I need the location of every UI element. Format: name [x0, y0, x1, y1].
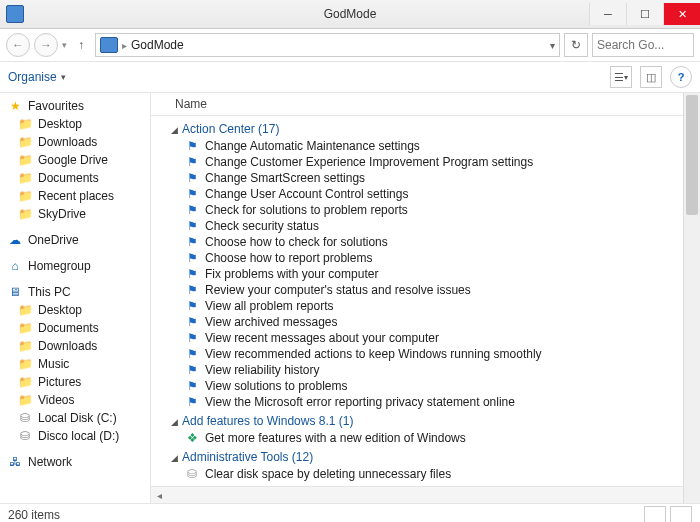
- folder-icon: 📁: [18, 135, 32, 149]
- flag-icon: ⚑: [185, 187, 199, 201]
- vertical-scrollbar[interactable]: [683, 93, 700, 503]
- list-item[interactable]: ⚑View archived messages: [157, 314, 700, 330]
- folder-icon: 📁: [18, 303, 32, 317]
- tool-icon: ⛁: [185, 467, 199, 481]
- list-item[interactable]: ⚑Check for solutions to problem reports: [157, 202, 700, 218]
- list-item[interactable]: ⚑View solutions to problems: [157, 378, 700, 394]
- folder-icon: 📁: [18, 207, 32, 221]
- chevron-down-icon: ▾: [61, 72, 66, 82]
- flag-icon: ⚑: [185, 299, 199, 313]
- scrollbar-thumb[interactable]: [686, 95, 698, 215]
- organise-menu[interactable]: Organise ▾: [8, 70, 66, 84]
- flag-icon: ⚑: [185, 203, 199, 217]
- list-item[interactable]: ⚑Review your computer's status and resol…: [157, 282, 700, 298]
- folder-icon: 📁: [18, 321, 32, 335]
- list-item[interactable]: ⚑View all problem reports: [157, 298, 700, 314]
- folder-icon: 📁: [18, 375, 32, 389]
- history-dropdown-icon[interactable]: ▾: [62, 40, 67, 50]
- help-button[interactable]: ?: [670, 66, 692, 88]
- thumbnails-view-button[interactable]: [670, 506, 692, 522]
- list-item[interactable]: ⚑View reliability history: [157, 362, 700, 378]
- list-item[interactable]: ⚑Change User Account Control settings: [157, 186, 700, 202]
- sidebar-homegroup[interactable]: ⌂Homegroup: [0, 257, 150, 275]
- details-view-button[interactable]: [644, 506, 666, 522]
- sidebar-item[interactable]: 📁Documents: [0, 169, 150, 187]
- sidebar-item[interactable]: 📁SkyDrive: [0, 205, 150, 223]
- group-header[interactable]: ◢Action Center (17): [157, 118, 700, 138]
- sidebar-item[interactable]: 📁Documents: [0, 319, 150, 337]
- feature-icon: ❖: [185, 431, 199, 445]
- content-pane: Name ◢Action Center (17)⚑Change Automati…: [151, 93, 700, 503]
- sidebar-item[interactable]: ⛁Disco local (D:): [0, 427, 150, 445]
- scroll-left-button[interactable]: ◂: [151, 488, 167, 502]
- navigation-pane: ★Favourites 📁Desktop📁Downloads📁Google Dr…: [0, 93, 151, 503]
- group-header[interactable]: ◢Administrative Tools (12): [157, 446, 700, 466]
- flag-icon: ⚑: [185, 139, 199, 153]
- sidebar-network[interactable]: 🖧Network: [0, 453, 150, 471]
- organise-label: Organise: [8, 70, 57, 84]
- sidebar-item[interactable]: 📁Desktop: [0, 115, 150, 133]
- list-item[interactable]: ⚑Choose how to report problems: [157, 250, 700, 266]
- list-item[interactable]: ⚑View recent messages about your compute…: [157, 330, 700, 346]
- title-bar: GodMode ─ ☐ ✕: [0, 0, 700, 29]
- sidebar-item[interactable]: 📁Downloads: [0, 133, 150, 151]
- address-bar[interactable]: ▸ GodMode ▾: [95, 33, 560, 57]
- disk-icon: ⛁: [18, 411, 32, 425]
- flag-icon: ⚑: [185, 283, 199, 297]
- chevron-right-icon[interactable]: ▸: [122, 40, 127, 51]
- column-header-name[interactable]: Name: [151, 93, 700, 116]
- group-header[interactable]: ◢Add features to Windows 8.1 (1): [157, 410, 700, 430]
- sidebar-item[interactable]: 📁Videos: [0, 391, 150, 409]
- list-item[interactable]: ⚑Change SmartScreen settings: [157, 170, 700, 186]
- flag-icon: ⚑: [185, 155, 199, 169]
- preview-pane-button[interactable]: ◫: [640, 66, 662, 88]
- address-dropdown-icon[interactable]: ▾: [550, 40, 555, 51]
- list-item[interactable]: ⚑View recommended actions to keep Window…: [157, 346, 700, 362]
- sidebar-thispc[interactable]: 🖥This PC: [0, 283, 150, 301]
- flag-icon: ⚑: [185, 315, 199, 329]
- address-text[interactable]: GodMode: [131, 38, 184, 52]
- list-item[interactable]: ⚑Fix problems with your computer: [157, 266, 700, 282]
- view-options-button[interactable]: ☰▾: [610, 66, 632, 88]
- list-item[interactable]: ⚑Change Customer Experience Improvement …: [157, 154, 700, 170]
- sidebar-item[interactable]: 📁Downloads: [0, 337, 150, 355]
- back-button[interactable]: ←: [6, 33, 30, 57]
- sidebar-item[interactable]: 📁Pictures: [0, 373, 150, 391]
- flag-icon: ⚑: [185, 379, 199, 393]
- refresh-button[interactable]: ↻: [564, 33, 588, 57]
- sidebar-item[interactable]: 📁Music: [0, 355, 150, 373]
- list-item[interactable]: ⛁Clear disk space by deleting unnecessar…: [157, 466, 700, 482]
- sidebar-item[interactable]: 📁Recent places: [0, 187, 150, 205]
- flag-icon: ⚑: [185, 171, 199, 185]
- minimize-button[interactable]: ─: [589, 3, 626, 25]
- sidebar-favourites[interactable]: ★Favourites: [0, 97, 150, 115]
- sidebar-item[interactable]: ⛁Local Disk (C:): [0, 409, 150, 427]
- flag-icon: ⚑: [185, 331, 199, 345]
- search-input[interactable]: [593, 38, 693, 52]
- sidebar-item[interactable]: 📁Google Drive: [0, 151, 150, 169]
- list-item[interactable]: ⚑Change Automatic Maintenance settings: [157, 138, 700, 154]
- up-button[interactable]: ↑: [71, 35, 91, 55]
- sidebar-item[interactable]: 📁Desktop: [0, 301, 150, 319]
- sidebar-onedrive[interactable]: ☁OneDrive: [0, 231, 150, 249]
- disk-icon: ⛁: [18, 429, 32, 443]
- close-button[interactable]: ✕: [663, 3, 700, 25]
- flag-icon: ⚑: [185, 363, 199, 377]
- network-icon: 🖧: [8, 455, 22, 469]
- list-item[interactable]: ⚑Check security status: [157, 218, 700, 234]
- forward-button[interactable]: →: [34, 33, 58, 57]
- maximize-button[interactable]: ☐: [626, 3, 663, 25]
- collapse-icon: ◢: [171, 417, 178, 427]
- search-box[interactable]: [592, 33, 694, 57]
- folder-icon: 📁: [18, 393, 32, 407]
- location-icon: [100, 37, 118, 53]
- list-item[interactable]: ⚑View the Microsoft error reporting priv…: [157, 394, 700, 410]
- list-item[interactable]: ⚑Choose how to check for solutions: [157, 234, 700, 250]
- command-bar: Organise ▾ ☰▾ ◫ ?: [0, 62, 700, 93]
- horizontal-scrollbar[interactable]: ◂ ▸: [151, 486, 700, 503]
- folder-icon: 📁: [18, 189, 32, 203]
- flag-icon: ⚑: [185, 347, 199, 361]
- flag-icon: ⚑: [185, 395, 199, 409]
- flag-icon: ⚑: [185, 219, 199, 233]
- list-item[interactable]: ❖Get more features with a new edition of…: [157, 430, 700, 446]
